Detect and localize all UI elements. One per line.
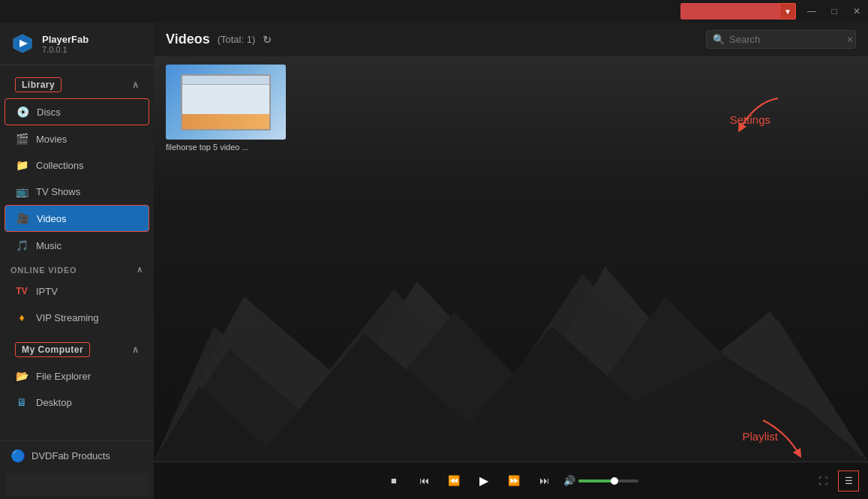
- player-right-controls: ⛶ ☰: [812, 470, 859, 491]
- volume-icon: 🔊: [563, 475, 575, 486]
- search-input[interactable]: [729, 34, 842, 45]
- video-card[interactable]: filehorse top 5 video ...: [166, 65, 286, 152]
- forward-button[interactable]: ⏩: [503, 470, 524, 491]
- playlist-button[interactable]: ☰: [838, 470, 859, 491]
- sidebar-item-iptv[interactable]: TV IPTV: [5, 278, 149, 304]
- my-computer-section-header: My Computer ∧: [5, 335, 149, 362]
- fullscreen-button[interactable]: ⛶: [812, 470, 833, 491]
- my-computer-collapse-icon[interactable]: ∧: [132, 344, 140, 355]
- online-video-collapse-icon[interactable]: ∧: [137, 265, 143, 275]
- app-logo: PlayerFab 7.0.0.1: [0, 23, 154, 65]
- content-title-area: Videos (Total: 1) ↻: [166, 32, 272, 47]
- discs-icon: 💿: [16, 105, 29, 119]
- play-button[interactable]: ▶: [473, 470, 494, 491]
- content-body: filehorse top 5 video ... Settings Playl…: [154, 57, 868, 499]
- titlebar: ▼ — □ ✕: [0, 0, 868, 23]
- rewind-icon: ⏪: [448, 475, 460, 486]
- music-label: Music: [36, 240, 62, 251]
- volume-control[interactable]: 🔊: [563, 475, 638, 486]
- online-video-label: ONLINE VIDEO: [11, 266, 77, 275]
- fullscreen-icon: ⛶: [818, 476, 827, 486]
- sidebar-item-videos[interactable]: 🎥 Videos: [5, 205, 149, 232]
- close-button[interactable]: ✕: [845, 0, 868, 23]
- main-content: Videos (Total: 1) ↻ 🔍 ✕: [154, 23, 868, 499]
- collections-icon: 📁: [15, 158, 29, 172]
- titlebar-dropdown-button[interactable]: ▼: [779, 3, 796, 20]
- maximize-button[interactable]: □: [823, 0, 845, 23]
- sidebar-scroll: Library ∧ 💿 Discs 🎬 Movies 📁 Collections…: [0, 65, 154, 440]
- file-explorer-icon: 📂: [15, 369, 29, 383]
- playlist-annotation-arrow: [748, 416, 808, 461]
- search-clear-button[interactable]: ✕: [846, 35, 854, 45]
- desktop-label: Desktop: [36, 397, 72, 408]
- video-thumbnail: [166, 65, 286, 140]
- minimize-button[interactable]: —: [800, 0, 823, 23]
- sidebar-item-collections[interactable]: 📁 Collections: [5, 152, 149, 178]
- page-title: Videos: [166, 32, 210, 47]
- vip-streaming-icon: ♦: [15, 311, 29, 324]
- movies-icon: 🎬: [15, 132, 29, 146]
- stop-icon: ■: [391, 475, 397, 486]
- sidebar-item-desktop[interactable]: 🖥 Desktop: [5, 389, 149, 415]
- stop-button[interactable]: ■: [383, 470, 404, 491]
- dvdfab-label: DVDFab Products: [32, 450, 110, 461]
- library-section-header: Library ∧: [5, 70, 149, 97]
- previous-icon: ⏮: [419, 475, 429, 486]
- app-logo-text: PlayerFab 7.0.0.1: [42, 34, 89, 54]
- volume-thumb[interactable]: [611, 477, 618, 485]
- forward-icon: ⏩: [508, 475, 520, 486]
- dvdfab-section: 🔵 DVDFab Products: [0, 440, 154, 499]
- video-grid: filehorse top 5 video ...: [166, 65, 286, 152]
- rewind-button[interactable]: ⏪: [443, 470, 464, 491]
- online-video-section-header: ONLINE VIDEO ∧: [0, 259, 154, 278]
- app-logo-icon: [11, 32, 35, 56]
- iptv-icon: TV: [15, 284, 29, 298]
- search-box[interactable]: 🔍 ✕: [706, 30, 856, 49]
- previous-button[interactable]: ⏮: [413, 470, 434, 491]
- library-collapse-icon[interactable]: ∧: [132, 80, 140, 90]
- vip-streaming-label: VIP Streaming: [36, 312, 99, 323]
- file-explorer-label: File Explorer: [36, 371, 91, 382]
- tvshows-label: TV Shows: [36, 186, 80, 197]
- minimize-icon: —: [807, 6, 816, 17]
- movies-label: Movies: [36, 134, 67, 145]
- discs-label: Discs: [37, 107, 61, 118]
- sidebar-item-tvshows[interactable]: 📺 TV Shows: [5, 179, 149, 204]
- playlist-icon: ☰: [845, 476, 853, 486]
- next-icon: ⏭: [539, 475, 549, 486]
- player-bar: ■ ⏮ ⏪ ▶ ⏩ ⏭ 🔊: [154, 461, 868, 499]
- library-label: Library: [15, 77, 62, 92]
- close-icon: ✕: [853, 6, 860, 17]
- sidebar-item-vip-streaming[interactable]: ♦ VIP Streaming: [5, 305, 149, 330]
- tvshows-icon: 📺: [15, 185, 29, 198]
- app-container: PlayerFab 7.0.0.1 Library ∧ 💿 Discs 🎬 Mo…: [0, 23, 868, 499]
- content-header: Videos (Total: 1) ↻ 🔍 ✕: [154, 23, 868, 57]
- sidebar: PlayerFab 7.0.0.1 Library ∧ 💿 Discs 🎬 Mo…: [0, 23, 154, 499]
- videos-label: Videos: [37, 213, 67, 224]
- search-icon: 🔍: [713, 34, 725, 45]
- sidebar-item-file-explorer[interactable]: 📂 File Explorer: [5, 363, 149, 389]
- iptv-label: IPTV: [36, 286, 58, 297]
- videos-icon: 🎥: [16, 212, 29, 225]
- music-icon: 🎵: [15, 239, 29, 252]
- dvdfab-icon: 🔵: [11, 449, 26, 463]
- dvdfab-banner[interactable]: [6, 473, 148, 496]
- next-button[interactable]: ⏭: [533, 470, 554, 491]
- sidebar-item-music[interactable]: 🎵 Music: [5, 233, 149, 258]
- sidebar-item-discs[interactable]: 💿 Discs: [5, 98, 149, 125]
- refresh-button[interactable]: ↻: [263, 34, 272, 46]
- desktop-icon: 🖥: [15, 395, 29, 409]
- total-count: (Total: 1): [218, 34, 256, 45]
- volume-track[interactable]: [578, 479, 638, 482]
- sidebar-item-movies[interactable]: 🎬 Movies: [5, 126, 149, 152]
- app-version: 7.0.0.1: [42, 45, 89, 54]
- video-label: filehorse top 5 video ...: [166, 143, 286, 152]
- titlebar-search-field[interactable]: [680, 3, 785, 20]
- my-computer-label: My Computer: [15, 342, 90, 357]
- dropdown-arrow-icon: ▼: [784, 8, 791, 16]
- play-icon: ▶: [479, 473, 488, 488]
- settings-annotation-arrow: [733, 95, 793, 140]
- dvdfab-products-item[interactable]: 🔵 DVDFab Products: [0, 441, 154, 470]
- app-name: PlayerFab: [42, 34, 89, 45]
- maximize-icon: □: [831, 6, 836, 17]
